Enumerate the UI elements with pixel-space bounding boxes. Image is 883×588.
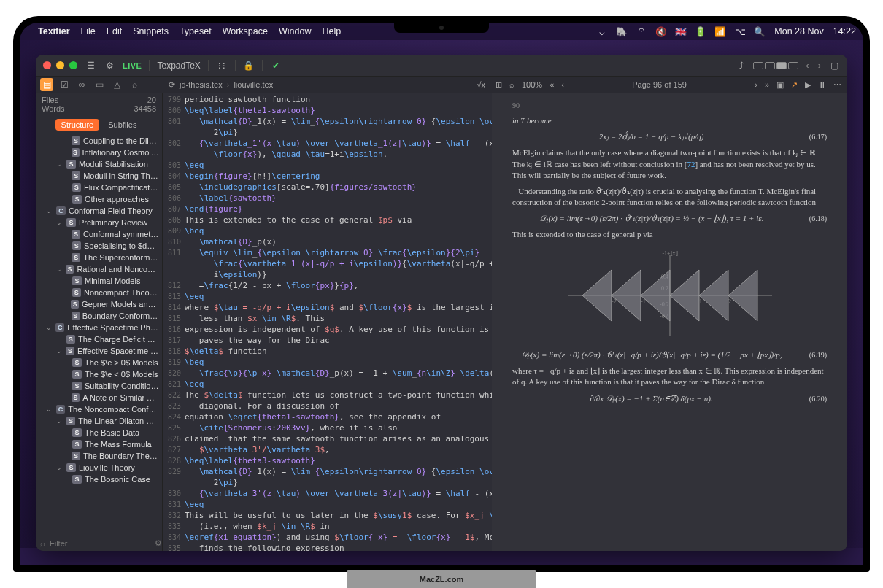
- layout-option[interactable]: [765, 62, 775, 69]
- outline-item[interactable]: SBoundary Conformal Fi...: [36, 310, 162, 322]
- bluetooth-icon[interactable]: ⌔: [636, 26, 647, 36]
- chevron-down-icon[interactable]: ⌄: [56, 219, 63, 226]
- control-center-icon[interactable]: ⌥: [735, 26, 745, 36]
- outline-item[interactable]: SThe Charge Deficit $\e$: [36, 333, 162, 345]
- thumbnails-icon[interactable]: ⊞: [496, 80, 502, 90]
- link-mode-icon[interactable]: ↗: [791, 80, 798, 90]
- warning-icon[interactable]: △: [110, 78, 123, 91]
- zoom-level[interactable]: 100%: [522, 80, 542, 89]
- menu-help[interactable]: Help: [322, 26, 341, 36]
- search-icon[interactable]: ⌕: [128, 78, 141, 91]
- minimize-button[interactable]: [56, 61, 64, 69]
- rewind-icon[interactable]: «: [550, 80, 554, 89]
- layout-option[interactable]: [753, 62, 763, 69]
- lock-icon[interactable]: 🔒: [243, 60, 255, 71]
- nav-back-icon[interactable]: ‹: [804, 60, 810, 71]
- layout-option[interactable]: [788, 62, 798, 69]
- play-icon[interactable]: ▶: [805, 80, 811, 90]
- battery-icon[interactable]: 🔋: [695, 26, 706, 36]
- wifi-icon[interactable]: 📶: [715, 26, 725, 36]
- chevron-down-icon[interactable]: ⌄: [46, 207, 53, 214]
- flag-icon[interactable]: 🇬🇧: [676, 26, 686, 36]
- sqrt-icon[interactable]: √x: [477, 80, 485, 89]
- outline-item[interactable]: SNoncompact Theories: [36, 287, 162, 298]
- share-icon[interactable]: ⤴: [736, 60, 747, 71]
- link-icon[interactable]: ∞: [75, 78, 88, 91]
- app-menu[interactable]: Texifier: [38, 26, 70, 36]
- chevron-down-icon[interactable]: ⌄: [46, 324, 53, 331]
- prev-page-icon[interactable]: ‹: [561, 80, 564, 89]
- outline-item[interactable]: SModuli in String Theory: [36, 170, 162, 182]
- checkbox-icon[interactable]: ☑: [58, 78, 71, 91]
- typeset-engine[interactable]: TexpadTeX: [157, 61, 200, 71]
- pdf-preview[interactable]: 90 in T become 2xⱼ = 2d̂ⱼ/b = 1 − q/p − …: [492, 93, 847, 551]
- outline-item[interactable]: ⌄SThe Linear Dilaton CFT: [36, 415, 162, 427]
- chevron-down-icon[interactable]: ⌄: [56, 417, 63, 425]
- chevron-down-icon[interactable]: ⌄: [56, 347, 63, 355]
- outline-item[interactable]: SOther approaches: [36, 193, 162, 205]
- outline-item[interactable]: SSuitability Conditions: [36, 380, 162, 392]
- outline-item[interactable]: ⌄CConformal Field Theory: [36, 205, 162, 217]
- zoom-icon[interactable]: ⌕: [509, 80, 514, 89]
- layout-selector[interactable]: [753, 62, 798, 69]
- close-button[interactable]: [43, 61, 51, 69]
- dropbox-icon[interactable]: ⌵: [597, 26, 607, 36]
- layout-option-active[interactable]: [776, 62, 787, 69]
- menu-window[interactable]: Window: [279, 26, 311, 36]
- outline-item[interactable]: SThe Basic Data: [36, 427, 162, 438]
- menu-typeset[interactable]: Typeset: [180, 26, 212, 36]
- outline-item[interactable]: SThe Bosonic Case: [36, 473, 162, 485]
- chevron-down-icon[interactable]: ⌄: [46, 406, 53, 413]
- forward-icon[interactable]: »: [765, 80, 769, 89]
- sidebar-toggle-icon[interactable]: ☰: [85, 60, 96, 71]
- outline-item[interactable]: SThe Boundary Theory...: [36, 450, 162, 462]
- code-editor[interactable]: 7998008018028038048058068078088098108118…: [163, 93, 492, 551]
- outline-item[interactable]: SMinimal Models: [36, 275, 162, 287]
- fit-icon[interactable]: ▣: [776, 80, 784, 90]
- gear-icon[interactable]: ⚙: [104, 60, 115, 71]
- menu-workspace[interactable]: Workspace: [223, 26, 268, 36]
- spotlight-icon[interactable]: 🔍: [755, 26, 765, 36]
- external-window-icon[interactable]: ▢: [828, 60, 840, 71]
- outline-item[interactable]: ⌄CThe Noncompact Confor...: [36, 403, 162, 415]
- fullscreen-button[interactable]: [69, 61, 77, 69]
- menubar-date[interactable]: Mon 28 Nov: [774, 26, 823, 36]
- outline-item[interactable]: SConformal symmetry ...: [36, 228, 162, 240]
- outline-tree[interactable]: SCoupling to the Dilato...SInflationary …: [36, 134, 162, 535]
- gear-icon[interactable]: ⚙: [155, 538, 162, 548]
- menu-snippets[interactable]: Snippets: [133, 26, 169, 36]
- chevron-down-icon[interactable]: ⌄: [56, 160, 63, 168]
- breadcrumb-current[interactable]: liouville.tex: [234, 80, 273, 89]
- outline-item[interactable]: SA Note on Similar Appr...: [36, 392, 162, 403]
- outline-mode-icon[interactable]: ▤: [40, 78, 53, 91]
- pause-icon[interactable]: ⏸: [818, 80, 826, 89]
- code-content[interactable]: periodic sawtooth function\beq\label{the…: [185, 93, 492, 551]
- outline-item[interactable]: SThe Mass Formula: [36, 438, 162, 450]
- volume-muted-icon[interactable]: 🔇: [656, 26, 666, 36]
- chevron-down-icon[interactable]: ⌄: [56, 266, 63, 273]
- menu-edit[interactable]: Edit: [107, 26, 123, 36]
- breadcrumb-root[interactable]: jd-thesis.tex: [180, 80, 223, 89]
- chevron-down-icon[interactable]: ⌄: [56, 464, 63, 471]
- elephant-icon[interactable]: 🐘: [617, 26, 627, 36]
- outline-item[interactable]: SThe $\e > 0$ Models: [36, 357, 162, 368]
- tab-subfiles[interactable]: Subfiles: [102, 119, 142, 131]
- outline-item[interactable]: SThe $\e < 0$ Models: [36, 368, 162, 380]
- outline-item[interactable]: SSpecialising to $d=2...: [36, 240, 162, 252]
- outline-item[interactable]: SThe Superconformal ...: [36, 252, 162, 263]
- outline-item[interactable]: ⌄SLiouville Theory: [36, 462, 162, 473]
- next-page-icon[interactable]: ›: [755, 80, 757, 89]
- outline-item[interactable]: SInflationary Cosmology ...: [36, 147, 162, 158]
- menubar-time[interactable]: 14:22: [833, 26, 856, 36]
- outline-item[interactable]: SFlux Compactificatio...: [36, 182, 162, 193]
- menu-file[interactable]: File: [81, 26, 96, 36]
- files-icon[interactable]: ▭: [93, 78, 106, 91]
- citation-ref[interactable]: 72: [687, 160, 695, 169]
- check-icon[interactable]: ✔: [270, 60, 282, 71]
- outline-item[interactable]: SGepner Models and Exa...: [36, 298, 162, 310]
- reload-icon[interactable]: ⟳: [169, 80, 175, 90]
- sliders-icon[interactable]: ⫶⫶: [216, 60, 228, 71]
- outline-item[interactable]: ⌄SModuli Stabilisation: [36, 158, 162, 170]
- outline-item[interactable]: SCoupling to the Dilato...: [36, 135, 162, 147]
- more-icon[interactable]: ⋯: [833, 80, 841, 90]
